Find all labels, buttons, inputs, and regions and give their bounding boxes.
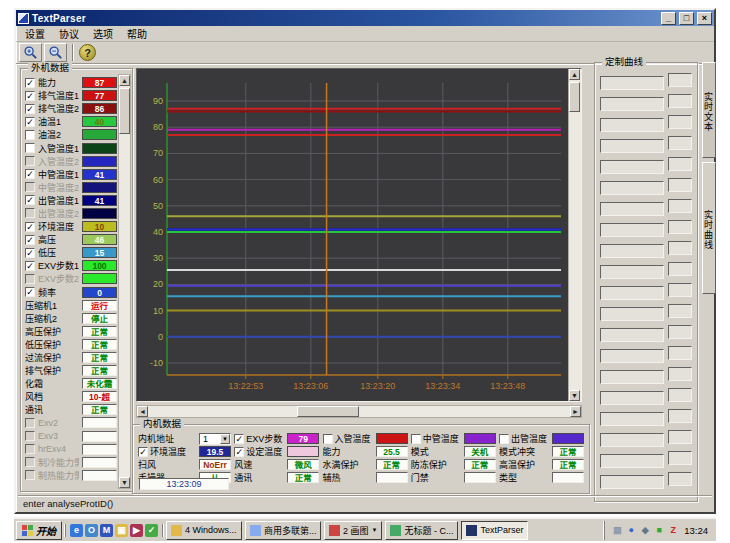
checkbox[interactable]: ✓: [25, 222, 35, 232]
curve-name-field[interactable]: [600, 328, 664, 342]
checkbox[interactable]: ✓: [25, 104, 35, 114]
checkbox[interactable]: ✓: [25, 261, 35, 271]
curve-value-field[interactable]: [668, 409, 692, 423]
curve-name-field[interactable]: [600, 223, 664, 237]
curve-value-field[interactable]: [668, 73, 692, 87]
minimize-button[interactable]: _: [661, 12, 676, 25]
curve-name-field[interactable]: [600, 433, 664, 447]
curve-name-field[interactable]: [600, 391, 664, 405]
scroll-up-icon[interactable]: ▲: [569, 69, 580, 80]
curve-name-field[interactable]: [600, 454, 664, 468]
curve-name-field[interactable]: [600, 265, 664, 279]
menu-help[interactable]: 帮助: [120, 25, 154, 42]
checkbox[interactable]: ✓: [234, 434, 244, 444]
checkbox[interactable]: ✓: [138, 447, 148, 457]
chart-vertical-scrollbar[interactable]: ▲ ▼: [568, 69, 581, 401]
curve-value-field[interactable]: [668, 304, 692, 318]
checkbox[interactable]: ✓: [25, 248, 35, 258]
sidebar-scrollbar[interactable]: ▲ ▼: [118, 74, 131, 489]
chart-horizontal-scrollbar[interactable]: ◄ ►: [136, 405, 582, 418]
start-button[interactable]: 开始: [16, 521, 62, 540]
curve-value-field[interactable]: [668, 241, 692, 255]
taskbar-button[interactable]: 商用多联第...: [245, 521, 321, 540]
scrollbar-thumb[interactable]: [119, 88, 130, 134]
scroll-right-icon[interactable]: ►: [570, 406, 581, 417]
checkbox[interactable]: [25, 130, 35, 140]
ie-icon[interactable]: e: [70, 524, 83, 537]
checkbox[interactable]: ✓: [25, 287, 35, 297]
help-button[interactable]: ?: [79, 44, 96, 61]
input-method-icon[interactable]: Z: [667, 524, 679, 536]
media-icon[interactable]: ▶: [130, 524, 143, 537]
checkbox[interactable]: [411, 434, 421, 444]
curve-name-field[interactable]: [600, 412, 664, 426]
chevron-down-icon[interactable]: ▼: [220, 434, 230, 444]
scroll-down-icon[interactable]: ▼: [119, 477, 130, 488]
checkbox[interactable]: [323, 434, 333, 444]
safety-icon[interactable]: ■: [653, 524, 665, 536]
curve-value-field[interactable]: [668, 94, 692, 108]
indoor-address-combo[interactable]: 1▼: [199, 433, 231, 445]
curve-name-field[interactable]: [600, 349, 664, 363]
scrollbar-thumb[interactable]: [297, 406, 359, 417]
scrollbar-thumb[interactable]: [569, 82, 580, 112]
curve-name-field[interactable]: [600, 76, 664, 90]
taskbar-button[interactable]: 2 画图▼: [324, 521, 382, 540]
update-icon[interactable]: ✓: [145, 524, 158, 537]
checkbox[interactable]: [25, 143, 35, 153]
menu-settings[interactable]: 设置: [18, 25, 52, 42]
curve-value-field[interactable]: [668, 115, 692, 129]
scroll-left-icon[interactable]: ◄: [137, 406, 148, 417]
folder-icon[interactable]: ▣: [115, 524, 128, 537]
checkbox[interactable]: ✓: [25, 235, 35, 245]
curve-name-field[interactable]: [600, 118, 664, 132]
tab-realtime-text[interactable]: 实时文本: [702, 62, 716, 158]
curve-value-field[interactable]: [668, 157, 692, 171]
curve-name-field[interactable]: [600, 307, 664, 321]
curve-name-field[interactable]: [600, 370, 664, 384]
tab-realtime-curve[interactable]: 实时曲线: [702, 162, 716, 294]
curve-value-field[interactable]: [668, 220, 692, 234]
checkbox[interactable]: [499, 434, 509, 444]
print-queue-icon[interactable]: ▤: [611, 524, 623, 536]
msn-icon[interactable]: M: [100, 524, 113, 537]
curve-value-field[interactable]: [668, 346, 692, 360]
taskbar-button[interactable]: 4 Windows...▼: [166, 521, 242, 540]
curve-value-field[interactable]: [668, 325, 692, 339]
checkbox[interactable]: ✓: [25, 169, 35, 179]
outlook-icon[interactable]: O: [85, 524, 98, 537]
volume-icon[interactable]: ◆: [639, 524, 651, 536]
curve-value-field[interactable]: [668, 388, 692, 402]
curve-value-field[interactable]: [668, 430, 692, 444]
curve-value-field[interactable]: [668, 136, 692, 150]
curve-name-field[interactable]: [600, 139, 664, 153]
zoom-in-button[interactable]: [19, 43, 42, 62]
taskbar-button[interactable]: TextParser: [461, 521, 528, 540]
curve-name-field[interactable]: [600, 97, 664, 111]
curve-name-field[interactable]: [600, 244, 664, 258]
curve-value-field[interactable]: [668, 367, 692, 381]
curve-value-field[interactable]: [668, 178, 692, 192]
checkbox[interactable]: ✓: [25, 195, 35, 205]
close-button[interactable]: ×: [697, 12, 712, 25]
zoom-out-button[interactable]: [44, 43, 67, 62]
curve-value-field[interactable]: [668, 262, 692, 276]
checkbox[interactable]: ✓: [25, 78, 35, 88]
scroll-down-icon[interactable]: ▼: [569, 390, 580, 401]
menu-protocol[interactable]: 协议: [52, 25, 86, 42]
checkbox[interactable]: ✓: [234, 447, 244, 457]
curve-value-field[interactable]: [668, 199, 692, 213]
messenger-icon[interactable]: ●: [625, 524, 637, 536]
curve-value-field[interactable]: [668, 283, 692, 297]
curve-name-field[interactable]: [600, 160, 664, 174]
checkbox[interactable]: ✓: [25, 91, 35, 101]
curve-name-field[interactable]: [600, 475, 664, 489]
taskbar-button[interactable]: 无标题 - C...: [385, 521, 458, 540]
curve-name-field[interactable]: [600, 202, 664, 216]
curve-value-field[interactable]: [668, 451, 692, 465]
restore-button[interactable]: □: [679, 12, 694, 25]
scroll-up-icon[interactable]: ▲: [119, 75, 130, 86]
curve-value-field[interactable]: [668, 472, 692, 486]
menu-options[interactable]: 选项: [86, 25, 120, 42]
curve-name-field[interactable]: [600, 181, 664, 195]
